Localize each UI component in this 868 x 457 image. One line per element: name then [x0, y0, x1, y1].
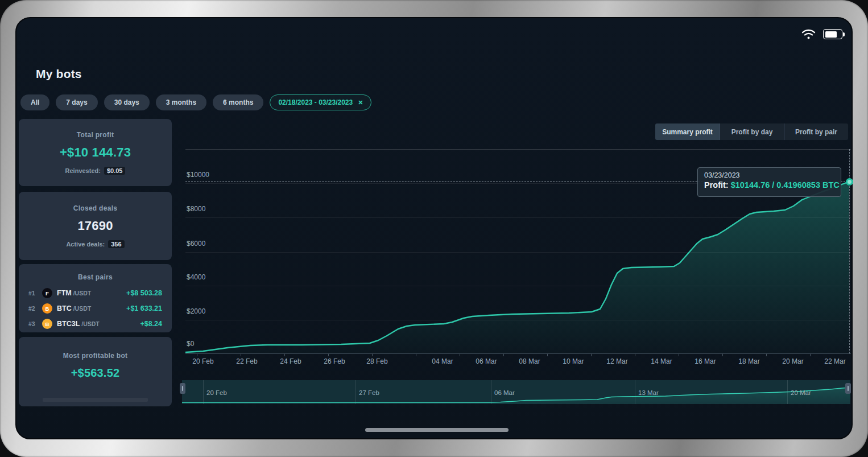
chart-tab-bar: Summary profit Profit by day Profit by p… — [655, 123, 848, 140]
card-title: Closed deals — [73, 204, 118, 212]
x-tick-label: 12 Mar — [606, 357, 627, 365]
x-tick-label: 18 Mar — [738, 357, 759, 365]
x-tick-label: 26 Feb — [324, 357, 345, 365]
x-tick-label: 20 Feb — [192, 357, 213, 365]
pair-quote: /USDT — [81, 320, 100, 327]
btc-coin-icon: B — [42, 303, 52, 314]
closed-deals-card: Closed deals 17690 Active deals: 356 — [19, 192, 172, 260]
nav-tick-label: 06 Mar — [491, 389, 515, 396]
tablet-device: My bots All 7 days 30 days 3 months 6 mo… — [0, 0, 868, 457]
active-deals-label: Active deals: — [66, 241, 105, 248]
nav-tick-label: 20 Feb — [203, 389, 227, 396]
reinvested-badge: $0.05 — [104, 167, 126, 175]
wifi-icon — [801, 28, 816, 40]
nav-tick-label: 13 Mar — [635, 389, 659, 396]
tooltip-separator: / — [770, 180, 776, 190]
pair-profit: +$8.24 — [140, 320, 162, 328]
filter-chip-date-range[interactable]: 02/18/2023 - 03/23/2023 ✕ — [270, 94, 371, 110]
card-title: Total profit — [77, 131, 114, 139]
coin-glyph: F — [46, 290, 49, 297]
pair-profit: +$1 633.21 — [126, 304, 162, 312]
best-pairs-card: Best pairs #1 F FTM /USDT +$8 503.28 #2 … — [19, 264, 172, 332]
x-tick-label: 06 Mar — [476, 357, 497, 365]
x-tick-label: 22 Feb — [236, 357, 257, 365]
most-profitable-bot-card: Most profitable bot +$563.52 — [19, 337, 172, 406]
tab-profit-by-day[interactable]: Profit by day — [720, 123, 784, 140]
battery-fill — [825, 31, 837, 38]
tooltip-profit-line: Profit: $10144.76 / 0.41960853 BTC — [704, 180, 834, 190]
coin-glyph: B — [46, 321, 49, 327]
data-point-marker — [846, 178, 853, 186]
nav-tick-label: 20 Mar — [787, 389, 811, 396]
navigator-area — [182, 388, 850, 404]
tab-profit-by-pair[interactable]: Profit by pair — [784, 123, 848, 140]
pair-rank: #2 — [28, 305, 38, 312]
pair-rank: #1 — [28, 290, 38, 297]
x-tick-label: 04 Mar — [432, 357, 453, 365]
active-deals-row: Active deals: 356 — [66, 240, 124, 248]
x-tick-label: 20 Mar — [782, 357, 803, 365]
home-indicator[interactable] — [365, 428, 509, 432]
coin-glyph: B — [46, 306, 49, 312]
pair-base: BTC — [57, 304, 72, 312]
pair-row-2: #2 B BTC /USDT +$1 633.21 — [28, 303, 162, 314]
total-profit-value: +$10 144.73 — [60, 145, 131, 160]
x-tick-label: 22 Mar — [824, 357, 845, 365]
x-tick-label: 24 Feb — [280, 357, 301, 365]
faded-bot-name — [43, 398, 148, 402]
reinvested-label: Reinvested: — [65, 167, 101, 174]
status-bar — [801, 27, 849, 42]
tab-summary-profit[interactable]: Summary profit — [655, 123, 720, 140]
pair-quote: /USDT — [73, 290, 92, 297]
range-navigator[interactable]: 20 Feb 27 Feb 06 Mar 13 Mar 20 Mar — [182, 380, 850, 404]
tooltip-btc-value: 0.41960853 BTC — [776, 180, 839, 190]
page-title: My bots — [36, 67, 82, 81]
best-pairs-list: #1 F FTM /USDT +$8 503.28 #2 B BTC /USDT… — [19, 288, 172, 329]
battery-icon — [823, 29, 842, 39]
filter-chip-row: All 7 days 30 days 3 months 6 months 02/… — [20, 94, 371, 110]
x-tick-label: 16 Mar — [695, 357, 716, 365]
reinvested-row: Reinvested: $0.05 — [65, 167, 126, 175]
x-tick-label: 28 Feb — [366, 357, 387, 365]
close-icon[interactable]: ✕ — [358, 99, 363, 106]
navigator-left-handle[interactable] — [180, 383, 185, 394]
total-profit-card: Total profit +$10 144.73 Reinvested: $0.… — [19, 119, 172, 186]
tooltip-date: 03/23/2023 — [704, 171, 834, 179]
filter-chip-6months[interactable]: 6 months — [213, 94, 263, 110]
x-tick-label: 10 Mar — [563, 357, 584, 365]
most-profitable-bot-value: +$563.52 — [71, 367, 120, 380]
navigator-chart — [182, 380, 850, 404]
nav-tick-label: 27 Feb — [356, 389, 379, 396]
date-range-label: 02/18/2023 - 03/23/2023 — [278, 98, 353, 106]
pair-quote: /USDT — [73, 305, 92, 312]
active-deals-badge: 356 — [108, 240, 124, 248]
x-axis-ticks — [197, 353, 845, 356]
x-tick-label: 14 Mar — [651, 357, 672, 365]
filter-chip-7days[interactable]: 7 days — [56, 94, 97, 110]
ftm-coin-icon: F — [42, 288, 52, 298]
chart-tooltip: 03/23/2023 Profit: $10144.76 / 0.4196085… — [697, 167, 841, 197]
tooltip-label: Profit: — [704, 180, 729, 190]
filter-chip-30days[interactable]: 30 days — [104, 94, 150, 110]
filter-chip-3months[interactable]: 3 months — [156, 94, 206, 110]
pair-base: FTM — [57, 289, 72, 297]
pair-rank: #3 — [28, 320, 38, 327]
btc3l-coin-icon: B — [42, 319, 52, 329]
closed-deals-value: 17690 — [77, 219, 113, 233]
navigator-right-handle[interactable] — [845, 383, 851, 394]
card-title: Most profitable bot — [63, 352, 128, 360]
card-title: Best pairs — [78, 273, 113, 281]
profit-area — [185, 182, 849, 353]
tooltip-usd-value: $10144.76 — [731, 180, 770, 190]
battery-nub — [843, 32, 845, 36]
pair-profit: +$8 503.28 — [126, 289, 162, 297]
pair-row-1: #1 F FTM /USDT +$8 503.28 — [28, 288, 162, 298]
pair-row-3: #3 B BTC3L /USDT +$8.24 — [28, 319, 162, 329]
pair-base: BTC3L — [57, 320, 80, 328]
filter-chip-all[interactable]: All — [20, 94, 49, 110]
x-tick-label: 08 Mar — [519, 357, 540, 365]
